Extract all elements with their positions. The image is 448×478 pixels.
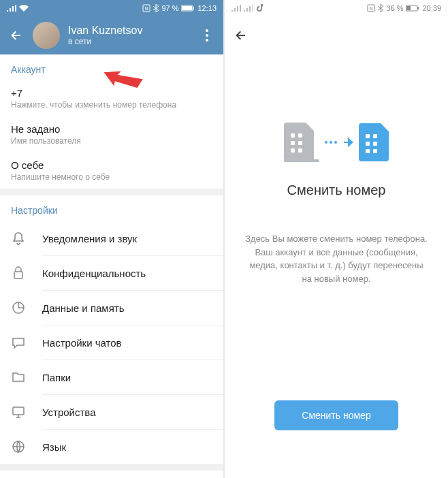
change-number-title: Сменить номер [287,182,386,198]
svg-rect-4 [193,7,194,10]
notifications-row[interactable]: Уведомления и звук [0,221,223,255]
arrow-right-icon [342,137,353,148]
tiktok-icon [256,4,263,12]
username-row[interactable]: Не задано Имя пользователя [0,116,223,153]
profile-header: Ivan Kuznetsov в сети [0,16,223,54]
svg-rect-5 [14,272,22,278]
bio-row[interactable]: О себе Напишите немного о себе [0,153,223,189]
avatar[interactable] [33,22,60,49]
signal-2-icon [244,5,253,12]
pie-chart-icon [11,300,26,315]
battery-icon [181,5,195,12]
folders-label: Папки [42,372,71,383]
bio-hint: Напишите немного о себе [11,172,212,182]
username-value: Не задано [11,123,212,135]
bio-value: О себе [11,159,212,171]
old-sim-icon [284,123,314,161]
notifications-label: Уведомления и звук [42,233,137,244]
profile-status: в сети [68,37,191,46]
folder-icon [11,370,26,385]
status-bar: N 36 % 20:39 [225,0,448,16]
change-number-description: Здесь Вы можете сменить номер телефона. … [245,232,428,285]
language-label: Язык [42,441,66,453]
transfer-dots-icon [325,141,337,144]
nfc-icon: N [367,4,375,12]
bluetooth-icon [378,4,383,12]
phone-row[interactable]: +7 Нажмите, чтобы изменить номер телефон… [0,80,223,116]
privacy-row[interactable]: Конфиденциальность [0,256,223,290]
new-sim-icon [359,123,389,161]
help-section-header: Помощь [0,471,223,478]
globe-icon [11,439,26,454]
battery-percent: 36 % [386,4,403,12]
phone-hint: Нажмите, чтобы изменить номер телефона [11,100,212,110]
svg-rect-7 [13,407,24,415]
svg-text:N: N [145,6,148,11]
language-row[interactable]: Язык [0,430,223,464]
monitor-icon [11,404,26,419]
privacy-label: Конфиденциальность [42,268,146,279]
svg-rect-3 [182,6,192,10]
folders-row[interactable]: Папки [0,360,223,394]
bell-icon [11,231,26,246]
divider [0,189,223,195]
data-row[interactable]: Данные и память [0,291,223,325]
battery-percent: 97 % [161,4,178,12]
profile-name: Ivan Kuznetsov [68,25,191,37]
status-bar: N 97 % 12:13 [0,0,223,16]
sim-illustration [284,123,389,162]
svg-rect-12 [406,6,411,10]
battery-icon [406,5,419,12]
data-label: Данные и память [42,302,125,314]
svg-text:N: N [370,6,373,11]
clock: 20:39 [422,4,441,12]
lock-icon [11,266,26,281]
wifi-icon [19,5,29,12]
devices-label: Устройства [42,407,95,418]
change-number-screen: N 36 % 20:39 Смени [225,0,448,478]
settings-section-header: Настройки [0,195,223,221]
chat-settings-row[interactable]: Настройки чатов [0,325,223,360]
clock: 12:13 [197,4,217,12]
devices-row[interactable]: Устройства [0,395,223,429]
settings-screen: N 97 % 12:13 Ivan Kuznetsov в сети Аккау… [0,0,223,478]
signal-icon [231,5,241,12]
change-number-button[interactable]: Сменить номер [274,400,398,430]
signal-icon [7,5,16,12]
bluetooth-icon [153,4,159,12]
back-button[interactable] [233,27,249,44]
chat-settings-label: Настройки чатов [42,337,122,349]
back-button[interactable] [8,27,25,44]
change-number-header [225,16,448,54]
divider [0,464,223,471]
svg-rect-13 [417,7,419,10]
chat-icon [11,335,26,350]
more-button[interactable] [199,27,215,44]
username-hint: Имя пользователя [11,136,212,146]
nfc-icon: N [142,4,150,12]
